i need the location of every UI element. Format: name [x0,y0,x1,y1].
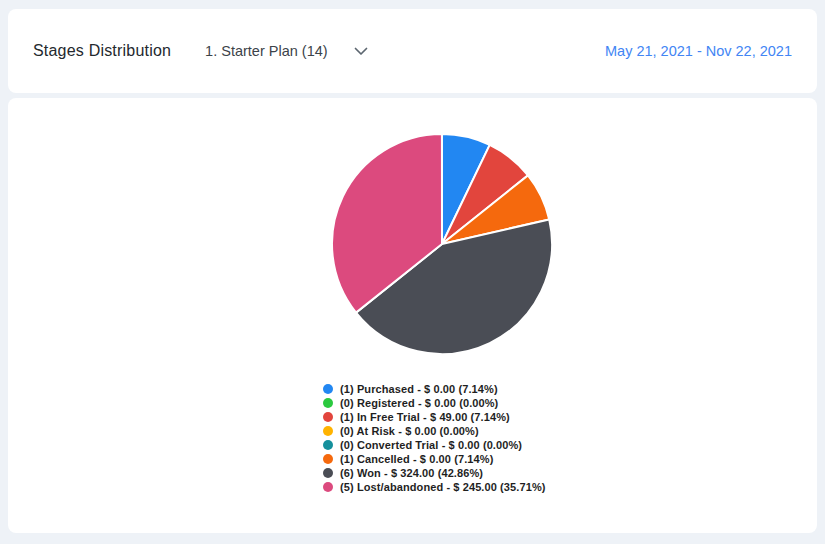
plan-filter-dropdown[interactable]: 1. Starter Plan (14) [205,43,368,59]
legend-label: (1) Cancelled - $ 0.00 (7.14%) [340,453,493,465]
legend-color-dot [323,454,333,464]
legend-color-dot [323,426,333,436]
stages-distribution-widget: Stages Distribution 1. Starter Plan (14)… [0,0,825,544]
legend-item-lost-abandoned[interactable]: (5) Lost/abandoned - $ 245.00 (35.71%) [323,480,546,494]
legend-item-purchased[interactable]: (1) Purchased - $ 0.00 (7.14%) [323,382,546,396]
date-range-picker[interactable]: May 21, 2021 - Nov 22, 2021 [605,43,792,59]
legend-color-dot [323,412,333,422]
widget-header: Stages Distribution 1. Starter Plan (14)… [8,9,817,93]
legend-item-cancelled[interactable]: (1) Cancelled - $ 0.00 (7.14%) [323,452,546,466]
legend-item-registered[interactable]: (0) Registered - $ 0.00 (0.00%) [323,396,546,410]
legend-color-dot [323,468,333,478]
legend-label: (6) Won - $ 324.00 (42.86%) [340,467,483,479]
legend-color-dot [323,384,333,394]
legend-label: (0) At Risk - $ 0.00 (0.00%) [340,425,479,437]
legend-label: (1) In Free Trial - $ 49.00 (7.14%) [340,411,510,423]
legend-label: (1) Purchased - $ 0.00 (7.14%) [340,383,498,395]
plan-filter-selected-value: 1. Starter Plan (14) [205,43,328,59]
chart-area: (1) Purchased - $ 0.00 (7.14%)(0) Regist… [8,98,817,533]
legend-item-at-risk[interactable]: (0) At Risk - $ 0.00 (0.00%) [323,424,546,438]
legend-label: (0) Converted Trial - $ 0.00 (0.00%) [340,439,522,451]
legend-color-dot [323,482,333,492]
pie-chart [322,124,562,364]
legend-label: (5) Lost/abandoned - $ 245.00 (35.71%) [340,481,546,493]
legend-color-dot [323,440,333,450]
legend-label: (0) Registered - $ 0.00 (0.00%) [340,397,498,409]
legend-color-dot [323,398,333,408]
page-title: Stages Distribution [33,42,171,60]
legend-item-won[interactable]: (6) Won - $ 324.00 (42.86%) [323,466,546,480]
legend-item-in-free-trial[interactable]: (1) In Free Trial - $ 49.00 (7.14%) [323,410,546,424]
legend: (1) Purchased - $ 0.00 (7.14%)(0) Regist… [323,382,546,494]
legend-item-converted-trial[interactable]: (0) Converted Trial - $ 0.00 (0.00%) [323,438,546,452]
chevron-down-icon [354,47,368,56]
